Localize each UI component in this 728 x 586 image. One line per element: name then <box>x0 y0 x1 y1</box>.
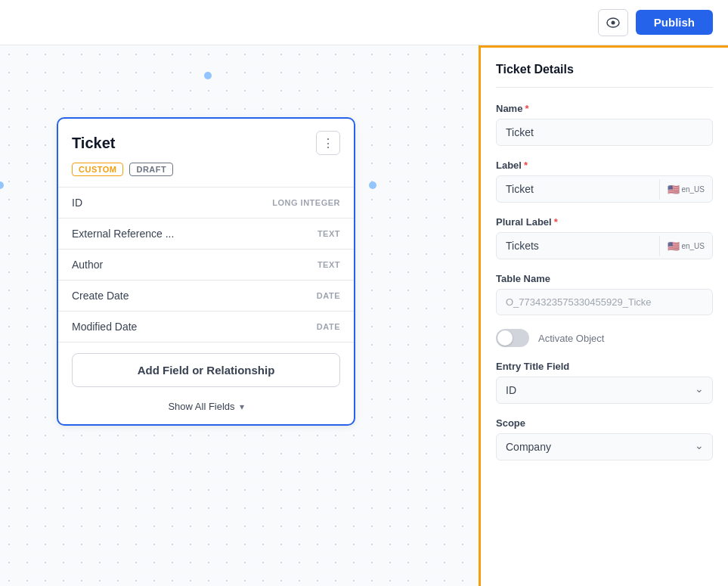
table-name-input[interactable] <box>496 289 713 315</box>
table-row: External Reference ... TEXT <box>58 219 354 250</box>
field-type: TEXT <box>318 260 340 269</box>
plural-locale-button[interactable]: 🇺🇸 en_US <box>659 236 712 256</box>
field-name: Modified Date <box>72 321 137 333</box>
plural-label-input-wrapper: 🇺🇸 en_US <box>496 232 713 259</box>
name-field-group: Name * <box>496 103 713 146</box>
table-name-label: Table Name <box>496 273 713 284</box>
name-input[interactable] <box>496 119 713 146</box>
field-name: External Reference ... <box>72 228 174 240</box>
field-type: DATE <box>317 291 340 300</box>
scope-field-group: Scope Company Workspace User <box>496 417 713 460</box>
activate-object-row: Activate Object <box>496 329 713 347</box>
top-bar: Publish <box>0 0 728 45</box>
show-all-fields-button[interactable]: Show All Fields ▾ <box>58 395 354 424</box>
table-row: Create Date DATE <box>58 281 354 312</box>
handle-dot-right <box>369 181 376 189</box>
badges: CUSTOM DRAFT <box>58 163 354 187</box>
field-name: ID <box>72 197 82 209</box>
entry-title-label: Entry Title Field <box>496 361 713 372</box>
activate-object-label: Activate Object <box>538 333 604 344</box>
canvas: Ticket ⋮ CUSTOM DRAFT ID LONG INTEGER Ex… <box>0 45 479 586</box>
preview-button[interactable] <box>598 9 628 36</box>
locale-label: en_US <box>681 185 705 194</box>
scope-label: Scope <box>496 417 713 429</box>
entry-title-select[interactable]: ID External Reference Author <box>496 377 713 404</box>
field-name: Create Date <box>72 290 129 302</box>
flag-icon: 🇺🇸 <box>668 184 680 195</box>
label-field-group: Label * 🇺🇸 en_US <box>496 160 713 203</box>
locale-label: en_US <box>681 242 705 250</box>
card-title: Ticket <box>72 135 115 152</box>
fields-list: ID LONG INTEGER External Reference ... T… <box>58 187 354 343</box>
badge-custom: CUSTOM <box>72 163 123 176</box>
name-label: Name * <box>496 103 713 114</box>
activate-object-toggle[interactable] <box>496 329 529 347</box>
plural-label-field-group: Plural Label * 🇺🇸 en_US <box>496 216 713 259</box>
required-indicator: * <box>554 216 558 228</box>
table-name-field-group: Table Name <box>496 273 713 315</box>
required-indicator: * <box>524 160 528 171</box>
svg-point-1 <box>611 20 615 24</box>
card-menu-button[interactable]: ⋮ <box>316 131 340 155</box>
label-label: Label * <box>496 160 713 171</box>
chevron-down-icon: ▾ <box>240 402 244 412</box>
right-panel: Ticket Details Name * Label * 🇺🇸 en_US P… <box>479 45 728 586</box>
flag-icon: 🇺🇸 <box>668 240 680 252</box>
label-input[interactable] <box>497 176 659 202</box>
scope-select-wrapper: Company Workspace User <box>496 433 713 460</box>
entry-title-field-group: Entry Title Field ID External Reference … <box>496 361 713 404</box>
badge-draft: DRAFT <box>129 163 173 176</box>
handle-dot-top <box>204 72 212 79</box>
plural-label-input[interactable] <box>497 233 659 259</box>
field-type: DATE <box>317 322 340 331</box>
label-input-wrapper: 🇺🇸 en_US <box>496 175 713 203</box>
add-field-button[interactable]: Add Field or Relationship <box>72 353 340 387</box>
entry-title-select-wrapper: ID External Reference Author <box>496 377 713 404</box>
table-row: ID LONG INTEGER <box>58 188 354 219</box>
toggle-knob <box>497 330 513 346</box>
object-card: Ticket ⋮ CUSTOM DRAFT ID LONG INTEGER Ex… <box>57 117 355 426</box>
publish-button[interactable]: Publish <box>636 10 713 35</box>
panel-title: Ticket Details <box>496 63 713 88</box>
table-row: Author TEXT <box>58 250 354 281</box>
handle-dot-left <box>0 181 4 189</box>
field-name: Author <box>72 259 103 271</box>
required-indicator: * <box>525 103 528 114</box>
card-header: Ticket ⋮ <box>58 119 354 163</box>
field-type: LONG INTEGER <box>272 198 340 207</box>
table-row: Modified Date DATE <box>58 312 354 343</box>
ellipsis-icon: ⋮ <box>322 136 334 150</box>
show-all-label: Show All Fields <box>168 401 234 412</box>
locale-button[interactable]: 🇺🇸 en_US <box>659 179 712 200</box>
plural-label-label: Plural Label * <box>496 216 713 228</box>
field-type: TEXT <box>318 229 340 238</box>
scope-select[interactable]: Company Workspace User <box>496 433 713 460</box>
